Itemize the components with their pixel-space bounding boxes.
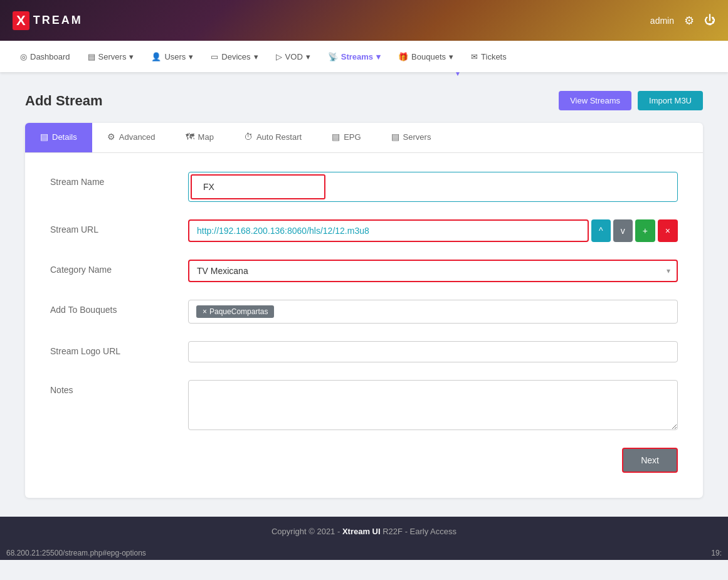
streams-dropdown-arrow: ▼ <box>455 70 461 77</box>
nav-item-devices[interactable]: ▭ Devices ▾ <box>203 47 265 66</box>
category-select-wrap: TV Mexicana ▾ <box>188 260 678 282</box>
nav-label-tickets: Tickets <box>481 52 507 61</box>
logo-url-row: Stream Logo URL <box>50 341 678 362</box>
logo-x-icon: X <box>13 11 29 30</box>
nav-item-servers[interactable]: ▤ Servers ▾ <box>80 47 142 66</box>
auto-restart-tab-icon: ⏱ <box>244 132 253 142</box>
stream-name-label: Stream Name <box>50 172 176 187</box>
tab-servers-label: Servers <box>403 132 431 142</box>
chevron-down-icon: ▾ <box>129 52 134 61</box>
url-add-button[interactable]: + <box>635 219 655 242</box>
servers-icon: ▤ <box>88 52 95 61</box>
footer-copyright: Copyright © 2021 - <box>272 527 342 536</box>
settings-icon[interactable]: ⚙ <box>684 14 694 28</box>
nav-label-streams: Streams <box>341 52 373 61</box>
statusbar-time: 19: <box>711 549 722 557</box>
nav-item-dashboard[interactable]: ◎ Dashboard <box>13 47 78 66</box>
category-name-row: Category Name TV Mexicana ▾ <box>50 260 678 282</box>
tab-auto-restart[interactable]: ⏱ Auto Restart <box>229 123 317 152</box>
statusbar: 68.200.21:25500/stream.php#epg-options 1… <box>0 546 728 560</box>
nav-item-users[interactable]: 👤 Users ▾ <box>144 47 201 66</box>
logo-url-label: Stream Logo URL <box>50 341 176 356</box>
tab-epg-label: EPG <box>344 132 361 142</box>
bouquets-row: Add To Bouquets × PaqueCompartas <box>50 300 678 324</box>
header-right: admin ⚙ ⏻ <box>650 14 715 28</box>
chevron-down-icon: ▾ <box>254 52 258 61</box>
tab-advanced[interactable]: ⚙ Advanced <box>92 123 171 152</box>
statusbar-url: 68.200.21:25500/stream.php#epg-options <box>6 549 146 557</box>
url-remove-button[interactable]: × <box>658 219 678 242</box>
page-header: Add Stream View Streams Import M3U <box>25 91 703 110</box>
nav-label-dashboard: Dashboard <box>30 52 70 61</box>
tab-servers[interactable]: ▤ Servers <box>376 123 446 152</box>
stream-url-label: Stream URL <box>50 219 176 235</box>
bouquet-tag: × PaqueCompartas <box>196 305 274 318</box>
chevron-down-icon: ▾ <box>376 52 381 61</box>
form-body: Stream Name Stream URL ^ v + × <box>25 153 703 498</box>
stream-name-inner-box <box>191 174 325 199</box>
page-actions: View Streams Import M3U <box>559 91 703 110</box>
notes-label: Notes <box>50 380 176 395</box>
nav-item-bouquets[interactable]: 🎁 Bouquets ▾ <box>391 47 461 66</box>
nav-item-tickets[interactable]: ✉ Tickets <box>463 47 514 66</box>
footer: Copyright © 2021 - Xtream UI R22F - Earl… <box>0 517 728 546</box>
nav: ◎ Dashboard ▤ Servers ▾ 👤 Users ▾ ▭ Devi… <box>0 41 728 72</box>
devices-icon: ▭ <box>211 52 218 61</box>
chevron-down-icon: ▾ <box>189 52 193 61</box>
tab-map[interactable]: 🗺 Map <box>171 123 229 152</box>
servers-tab-icon: ▤ <box>391 132 399 142</box>
tab-advanced-label: Advanced <box>119 132 156 142</box>
notes-textarea[interactable] <box>188 380 678 430</box>
nav-label-bouquets: Bouquets <box>411 52 446 61</box>
logo-text: TREAM <box>33 14 83 27</box>
admin-username: admin <box>650 16 674 26</box>
chevron-down-icon: ▾ <box>306 52 310 61</box>
stream-url-input[interactable] <box>188 219 589 242</box>
tabs: ▤ Details ⚙ Advanced 🗺 Map ⏱ Auto Restar… <box>25 123 703 153</box>
import-m3u-button[interactable]: Import M3U <box>638 91 703 110</box>
footer-app-name: Xtream UI <box>342 527 381 536</box>
notes-row: Notes <box>50 380 678 430</box>
nav-label-vod: VOD <box>285 52 303 61</box>
footer-version: R22F - Early Access <box>382 527 456 536</box>
header: X TREAM admin ⚙ ⏻ <box>0 0 728 41</box>
bouquet-tag-label: PaqueCompartas <box>209 307 268 316</box>
page-title: Add Stream <box>25 93 102 109</box>
map-tab-icon: 🗺 <box>186 132 194 142</box>
form-footer: Next <box>50 448 678 479</box>
streams-icon: 📡 <box>328 52 338 61</box>
advanced-tab-icon: ⚙ <box>107 132 115 142</box>
main-content: Add Stream View Streams Import M3U ▤ Det… <box>0 72 728 517</box>
nav-item-vod[interactable]: ▷ VOD ▾ <box>268 47 318 66</box>
tab-details-label: Details <box>52 132 77 142</box>
tab-map-label: Map <box>198 132 214 142</box>
bouquet-tag-x-icon[interactable]: × <box>203 307 207 316</box>
nav-label-devices: Devices <box>221 52 250 61</box>
url-down-button[interactable]: v <box>613 219 633 242</box>
stream-url-row: Stream URL ^ v + × <box>50 219 678 242</box>
tickets-icon: ✉ <box>471 52 478 61</box>
power-icon[interactable]: ⏻ <box>704 14 715 27</box>
url-up-button[interactable]: ^ <box>591 219 611 242</box>
vod-icon: ▷ <box>276 52 282 61</box>
users-icon: 👤 <box>151 52 161 61</box>
tab-auto-restart-label: Auto Restart <box>256 132 302 142</box>
logo-url-input[interactable] <box>188 341 678 362</box>
chevron-down-icon: ▾ <box>449 52 453 61</box>
add-stream-card: ▤ Details ⚙ Advanced 🗺 Map ⏱ Auto Restar… <box>25 123 703 498</box>
next-button[interactable]: Next <box>622 448 678 473</box>
tab-epg[interactable]: ▤ EPG <box>317 123 376 152</box>
view-streams-button[interactable]: View Streams <box>559 91 631 110</box>
bouquets-label: Add To Bouquets <box>50 300 176 315</box>
nav-label-servers: Servers <box>98 52 127 61</box>
logo: X TREAM <box>13 11 83 30</box>
bouquets-input[interactable]: × PaqueCompartas <box>188 300 678 324</box>
dashboard-icon: ◎ <box>20 52 27 61</box>
category-name-label: Category Name <box>50 260 176 275</box>
category-select[interactable]: TV Mexicana <box>188 260 678 282</box>
tab-details[interactable]: ▤ Details <box>25 123 92 152</box>
nav-item-streams[interactable]: 📡 Streams ▾ <box>320 47 388 66</box>
nav-label-users: Users <box>164 52 186 61</box>
stream-name-input[interactable] <box>198 178 318 196</box>
stream-name-outer <box>188 172 678 202</box>
